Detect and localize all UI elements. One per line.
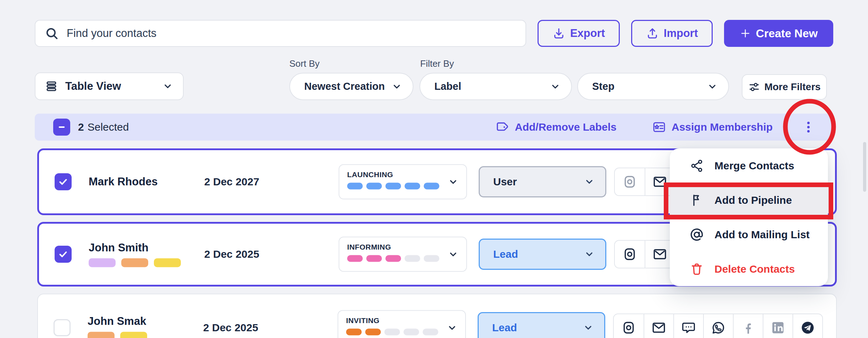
step-progress-pill — [424, 183, 439, 190]
chevron-down-icon — [582, 322, 594, 334]
row-checkbox[interactable] — [55, 246, 72, 263]
chat-channel-button[interactable] — [673, 314, 703, 338]
step-progress-pill — [423, 329, 438, 336]
contact-labels — [88, 332, 147, 338]
view-selector-value: Table View — [65, 80, 121, 93]
contact-type-dropdown[interactable]: Lead — [479, 239, 606, 270]
sliders-icon — [748, 81, 760, 93]
export-button[interactable]: Export — [538, 20, 620, 47]
selection-bar: 2 Selected Add/Remove Labels Assign Memb… — [35, 114, 833, 141]
telegram-channel-button[interactable] — [792, 314, 822, 338]
chevron-down-icon — [549, 81, 561, 93]
view-selector-dropdown[interactable]: Table View — [35, 72, 184, 100]
step-progress-pill — [405, 183, 420, 190]
instagram-icon — [622, 174, 637, 189]
step-filter-value: Step — [592, 81, 614, 92]
filter-by-label: Filter By — [420, 58, 454, 69]
step-progress-pill — [385, 183, 401, 190]
select-all-checkbox[interactable] — [53, 119, 70, 136]
search-input[interactable] — [66, 27, 516, 40]
contact-type-dropdown[interactable]: User — [479, 166, 606, 197]
menu-item-add-to-pipeline[interactable]: Add to Pipeline — [670, 183, 828, 217]
create-new-button[interactable]: Create New — [724, 20, 833, 47]
more-filters-label: More Filters — [764, 81, 821, 93]
contact-name-block: Mark Rhodes — [89, 175, 158, 188]
chat-icon — [681, 320, 696, 335]
assign-membership-label: Assign Membership — [672, 121, 773, 133]
step-name: INVITING — [346, 316, 457, 325]
contact-name-block: John Smith — [89, 241, 181, 267]
step-progress — [347, 183, 458, 190]
more-filters-button[interactable]: More Filters — [742, 74, 827, 100]
row-checkbox[interactable] — [55, 173, 72, 190]
step-dropdown[interactable]: INFORMING — [339, 237, 467, 272]
table-rows-icon — [45, 80, 58, 93]
export-button-label: Export — [570, 27, 605, 40]
more-actions-button[interactable] — [801, 117, 816, 137]
instagram-channel-button[interactable] — [615, 241, 645, 268]
chevron-down-icon — [583, 248, 595, 260]
chevron-down-icon — [391, 81, 403, 93]
linkedin-channel-button[interactable] — [763, 314, 792, 338]
step-progress-pill — [346, 329, 362, 336]
plus-icon — [740, 28, 751, 39]
channel-buttons — [613, 314, 823, 338]
email-icon — [652, 174, 667, 189]
step-progress-pill — [366, 255, 382, 262]
instagram-icon — [621, 320, 636, 335]
assign-membership-button[interactable]: Assign Membership — [652, 114, 773, 141]
step-dropdown[interactable]: INVITING — [338, 310, 466, 338]
menu-item-label: Add to Pipeline — [714, 194, 792, 206]
row-checkbox[interactable] — [54, 319, 71, 336]
selection-count-suffix: Selected — [88, 121, 129, 133]
step-progress-pill — [384, 329, 400, 336]
contact-type-value: User — [493, 176, 517, 188]
instagram-icon — [622, 247, 637, 262]
download-icon — [552, 27, 565, 40]
label-filter-dropdown[interactable]: Label — [419, 73, 572, 100]
step-progress-pill — [385, 255, 401, 262]
contact-label-pill — [89, 258, 116, 267]
contact-name: Mark Rhodes — [89, 175, 158, 188]
membership-card-icon — [652, 120, 666, 134]
step-name: INFORMING — [347, 243, 458, 251]
step-progress — [346, 329, 457, 336]
import-button-label: Import — [664, 27, 698, 40]
email-channel-button[interactable] — [644, 314, 673, 338]
add-remove-labels-button[interactable]: Add/Remove Labels — [496, 114, 617, 141]
sort-by-dropdown[interactable]: Newest Creation — [289, 73, 413, 100]
menu-item-label: Add to Mailing List — [714, 229, 809, 241]
merge-icon — [690, 159, 704, 173]
chevron-down-icon — [446, 322, 458, 334]
label-filter-value: Label — [434, 81, 461, 92]
step-filter-dropdown[interactable]: Step — [577, 73, 729, 100]
facebook-channel-button[interactable] — [733, 314, 763, 338]
at-sign-icon — [690, 228, 704, 242]
vertical-scrollbar[interactable] — [863, 142, 866, 192]
step-progress-pill — [366, 183, 382, 190]
step-progress — [347, 255, 458, 262]
chevron-down-icon — [447, 248, 459, 260]
contact-label-pill — [154, 258, 181, 267]
add-remove-labels-label: Add/Remove Labels — [515, 121, 617, 133]
kebab-menu-icon — [801, 120, 816, 134]
contact-type-dropdown[interactable]: Lead — [478, 312, 605, 338]
contact-name: John Smith — [89, 241, 181, 254]
import-button[interactable]: Import — [631, 20, 713, 47]
check-icon — [58, 249, 68, 260]
contact-label-pill — [88, 332, 115, 338]
contact-name: John Smak — [88, 315, 147, 328]
contact-row-john-smak[interactable]: John Smak 2 Dec 2025 INVITING Lead — [37, 294, 837, 338]
instagram-channel-button[interactable] — [614, 314, 644, 338]
telegram-icon — [800, 320, 815, 335]
menu-item-delete-contacts[interactable]: Delete Contacts — [670, 252, 828, 286]
whatsapp-icon — [711, 320, 726, 335]
menu-item-add-to-mailing-list[interactable]: Add to Mailing List — [670, 217, 828, 252]
contact-type-value: Lead — [492, 322, 517, 334]
instagram-channel-button[interactable] — [615, 168, 645, 195]
whatsapp-channel-button[interactable] — [703, 314, 733, 338]
menu-item-merge-contacts[interactable]: Merge Contacts — [670, 148, 828, 183]
selection-count-number: 2 — [78, 121, 84, 133]
step-dropdown[interactable]: LAUNCHING — [339, 164, 467, 200]
bulk-actions-context-menu: Merge Contacts Add to Pipeline Add to Ma… — [670, 148, 828, 286]
